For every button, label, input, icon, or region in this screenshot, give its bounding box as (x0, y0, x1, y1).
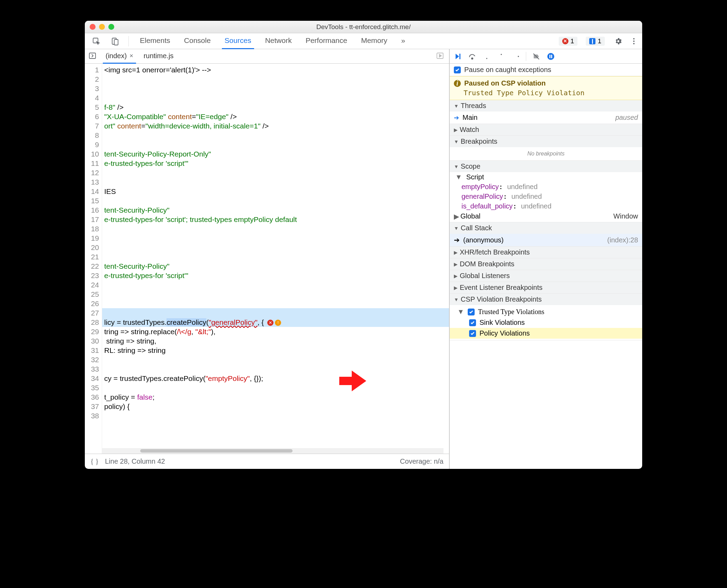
source-pane: (index) × runtime.js 1234567891011121314… (85, 49, 450, 469)
chevron-down-icon: ▼ (454, 164, 459, 169)
gear-icon[interactable] (613, 36, 623, 46)
tab-more[interactable]: » (398, 33, 408, 49)
event-listener-breakpoints-header[interactable]: ▶Event Listener Breakpoints (450, 282, 642, 293)
tab-network[interactable]: Network (262, 33, 295, 49)
callstack-frame[interactable]: ➔(anonymous)(index):28 (450, 234, 642, 246)
step-out-icon[interactable] (497, 52, 506, 61)
pointer-icon: ➔ (454, 114, 459, 122)
tab-performance[interactable]: Performance (303, 33, 350, 49)
scope-var-row[interactable]: is_default_policy: undefined (450, 201, 642, 211)
chevron-right-icon: ▶ (454, 250, 458, 255)
source-tab-label: runtime.js (144, 52, 174, 60)
tab-elements[interactable]: Elements (137, 33, 173, 49)
callstack-header[interactable]: ▼Call Stack (450, 222, 642, 234)
dom-breakpoints-header[interactable]: ▶DOM Breakpoints (450, 258, 642, 270)
scope-script-row[interactable]: ▼ Script (450, 172, 642, 182)
issues-count: 1 (598, 37, 601, 45)
close-icon[interactable]: × (129, 52, 133, 60)
code-lines[interactable]: <img src=1 onerror='alert(1)'> --> f-8" … (102, 64, 449, 454)
chevron-down-icon: ▼ (454, 225, 459, 231)
csp-trusted-type-row[interactable]: ▼Trusted Type Violations (450, 306, 642, 317)
run-snippet-icon[interactable] (436, 52, 446, 61)
inspect-element-icon[interactable] (91, 36, 101, 46)
error-icon: ✕ (562, 38, 568, 44)
svg-point-6 (472, 58, 473, 59)
svg-rect-2 (114, 39, 118, 45)
resume-icon[interactable] (453, 52, 462, 61)
error-count: 1 (571, 37, 574, 45)
svg-rect-5 (459, 54, 460, 59)
zoom-window-button[interactable] (108, 24, 114, 30)
csp-policy-violations-row[interactable]: Policy Violations (450, 328, 642, 339)
chevron-right-icon: ▶ (454, 273, 458, 279)
step-over-icon[interactable] (468, 52, 477, 61)
breakpoints-header[interactable]: ▼Breakpoints (450, 136, 642, 147)
chevron-down-icon: ▼ (454, 297, 459, 302)
braces-icon[interactable]: { } (90, 457, 99, 465)
paused-detail: Trusted Type Policy Violation (454, 87, 638, 97)
scope-global-row[interactable]: ▶GlobalWindow (450, 211, 642, 222)
pause-on-exceptions-icon[interactable] (546, 52, 555, 61)
svg-point-8 (501, 54, 502, 55)
error-count-badge[interactable]: ✕ 1 (559, 37, 578, 46)
tab-sources[interactable]: Sources (222, 33, 254, 49)
pause-caught-exceptions-row[interactable]: Pause on caught exceptions (450, 64, 642, 76)
scope-var-row[interactable]: emptyPolicy: undefined (450, 182, 642, 191)
chevron-down-icon: ▼ (454, 139, 459, 144)
svg-point-9 (518, 56, 519, 57)
global-listeners-header[interactable]: ▶Global Listeners (450, 270, 642, 282)
threads-header[interactable]: ▼Threads (450, 100, 642, 112)
traffic-lights (90, 24, 114, 30)
paused-reason-banner: iPaused on CSP violation Trusted Type Po… (450, 76, 642, 100)
navigator-toggle-icon[interactable] (88, 52, 98, 61)
chevron-right-icon: ▶ (454, 285, 458, 291)
watch-header[interactable]: ▶Watch (450, 124, 642, 135)
svg-rect-3 (89, 53, 96, 59)
thread-main-row[interactable]: ➔Mainpaused (450, 112, 642, 124)
horizontal-scrollbar[interactable] (102, 448, 443, 454)
status-bar: { } Line 28, Column 42 Coverage: n/a (85, 454, 449, 469)
issues-count-badge[interactable]: ❙ 1 (586, 37, 605, 46)
content-area: (index) × runtime.js 1234567891011121314… (85, 49, 642, 469)
csp-violation-breakpoints-header[interactable]: ▼CSP Violation Breakpoints (450, 294, 642, 305)
tab-console[interactable]: Console (181, 33, 214, 49)
coverage-status: Coverage: n/a (400, 457, 443, 465)
deactivate-breakpoints-icon[interactable] (532, 52, 541, 61)
source-tab-index[interactable]: (index) × (103, 49, 136, 64)
xhr-breakpoints-header[interactable]: ▶XHR/fetch Breakpoints (450, 247, 642, 258)
cursor-position: Line 28, Column 42 (105, 457, 165, 465)
minimize-window-button[interactable] (99, 24, 105, 30)
tab-memory[interactable]: Memory (358, 33, 390, 49)
scope-var-row[interactable]: generalPolicy: undefined (450, 191, 642, 201)
checkbox-checked-icon[interactable] (469, 330, 476, 337)
checkbox-checked-icon[interactable] (454, 66, 461, 73)
scope-header[interactable]: ▼Scope (450, 161, 642, 172)
source-tab-bar: (index) × runtime.js (85, 49, 449, 64)
svg-rect-11 (549, 55, 550, 58)
info-icon: i (454, 80, 461, 87)
line-number-gutter: 1234567891011121314151617181920212223242… (85, 64, 102, 454)
step-icon[interactable] (511, 52, 520, 61)
step-into-icon[interactable] (482, 52, 491, 61)
code-editor[interactable]: 1234567891011121314151617181920212223242… (85, 64, 449, 454)
pointer-icon: ➔ (454, 236, 460, 244)
csp-sink-violations-row[interactable]: Sink Violations (450, 317, 642, 328)
separator (128, 36, 129, 46)
window-title: DevTools - tt-enforced.glitch.me/ (85, 23, 642, 31)
source-tab-runtime[interactable]: runtime.js (141, 49, 177, 64)
checkbox-checked-icon[interactable] (469, 319, 476, 326)
svg-point-7 (486, 58, 487, 59)
chevron-down-icon: ▼ (454, 103, 459, 109)
debugger-toolbar (450, 49, 642, 64)
svg-point-10 (547, 53, 554, 60)
device-mode-icon[interactable] (110, 36, 120, 46)
close-window-button[interactable] (90, 24, 96, 30)
devtools-window: DevTools - tt-enforced.glitch.me/ Elemen… (85, 21, 642, 469)
debugger-pane: Pause on caught exceptions iPaused on CS… (450, 49, 642, 469)
kebab-menu-icon[interactable] (632, 38, 636, 44)
checkbox-checked-icon[interactable] (468, 309, 475, 315)
issues-icon: ❙ (589, 38, 595, 44)
panel-tab-bar: Elements Console Sources Network Perform… (85, 33, 642, 49)
pause-caught-label: Pause on caught exceptions (464, 66, 551, 74)
scrollbar-thumb[interactable] (140, 449, 293, 453)
